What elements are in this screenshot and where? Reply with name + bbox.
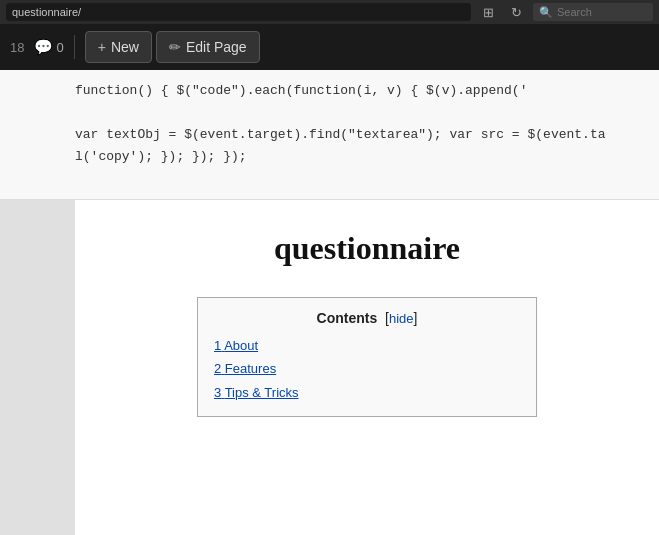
toc-item-2[interactable]: 2 Features: [214, 357, 520, 380]
left-sidebar: [0, 200, 75, 535]
comment-count: 0: [56, 40, 63, 55]
toc-item-3[interactable]: 3 Tips & Tricks: [214, 381, 520, 404]
refresh-button[interactable]: ↻: [505, 3, 527, 21]
toc-num-2: 2: [214, 361, 221, 376]
code-line-2: [75, 102, 659, 124]
toc-num-3: 3: [214, 385, 221, 400]
code-line-1: function() { $("code").each(function(i, …: [75, 80, 659, 102]
toc-title: Contents: [317, 310, 378, 326]
toc-box: Contents [hide] 1 About 2 Features 3 Tip…: [197, 297, 537, 417]
code-line-3: var textObj = $(event.target).find("text…: [75, 124, 659, 146]
new-button[interactable]: + New: [85, 31, 152, 63]
edit-icon: ✏: [169, 39, 181, 55]
address-bar[interactable]: questionnaire/: [6, 3, 471, 21]
toc-header: Contents [hide]: [214, 310, 520, 326]
toc-label-1: About: [224, 338, 258, 353]
edit-page-button[interactable]: ✏ Edit Page: [156, 31, 260, 63]
plus-icon: +: [98, 39, 106, 55]
page-number: 18: [10, 40, 24, 55]
toc-label-2: Features: [225, 361, 276, 376]
search-icon: 🔍: [539, 6, 553, 19]
browser-bar: questionnaire/ ⊞ ↻ 🔍: [0, 0, 659, 24]
code-editor[interactable]: function() { $("code").each(function(i, …: [0, 70, 659, 200]
edit-label: Edit Page: [186, 39, 247, 55]
main-content: questionnaire Contents [hide] 1 About 2 …: [75, 200, 659, 535]
toc-label-3: Tips & Tricks: [225, 385, 299, 400]
comment-button[interactable]: 💬 0: [34, 38, 63, 56]
address-text: questionnaire/: [12, 6, 81, 18]
search-input[interactable]: [557, 6, 647, 18]
code-line-4: l('copy'); }); }); });: [75, 146, 659, 168]
toc-hide-link[interactable]: hide: [389, 311, 414, 326]
page-title: questionnaire: [115, 230, 619, 267]
search-box[interactable]: 🔍: [533, 3, 653, 21]
tab-icon-button[interactable]: ⊞: [477, 3, 499, 21]
toolbar-separator: [74, 35, 75, 59]
new-label: New: [111, 39, 139, 55]
toc-item-1[interactable]: 1 About: [214, 334, 520, 357]
page-content: questionnaire Contents [hide] 1 About 2 …: [0, 200, 659, 535]
toc-num-1: 1: [214, 338, 221, 353]
wiki-toolbar: 18 💬 0 + New ✏ Edit Page: [0, 24, 659, 70]
comment-icon: 💬: [34, 38, 53, 56]
